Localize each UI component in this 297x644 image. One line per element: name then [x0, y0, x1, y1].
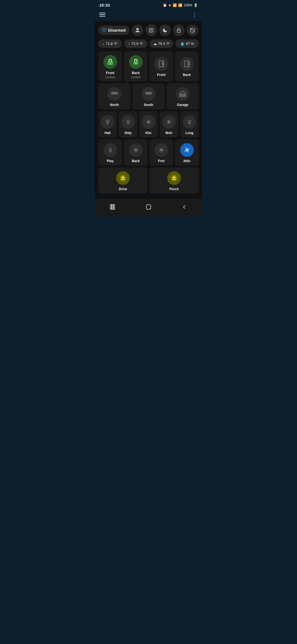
temp-low: ↓ 71.8 °F [98, 39, 122, 48]
fan-grid: Play Back Frnt [98, 139, 199, 166]
front-fan[interactable]: Frnt [149, 139, 173, 166]
living-light[interactable]: Lvng [180, 111, 199, 138]
svg-rect-4 [177, 30, 180, 32]
humidity-icon: 💧 [180, 42, 185, 46]
garage-icon [176, 87, 189, 101]
back-door-icon [180, 57, 194, 71]
top-bar: ⋮ [95, 9, 202, 21]
back-button[interactable] [181, 204, 188, 212]
kitchen-light[interactable]: Kitc [139, 111, 158, 138]
temp-outdoor: ☁ 75.4 °F [150, 39, 173, 48]
south-gate[interactable]: South [132, 83, 165, 110]
front-door[interactable]: Front [149, 51, 173, 81]
svg-point-11 [162, 64, 163, 64]
front-door-lock[interactable]: Front Locked [98, 51, 122, 81]
bluetooth-icon: ★ [168, 3, 171, 7]
svg-point-61 [186, 149, 188, 151]
living-light-icon [183, 115, 196, 129]
temp-low-icon: ↓ [103, 42, 105, 46]
south-gate-icon [142, 87, 155, 101]
svg-point-59 [161, 149, 162, 151]
bottom-nav [95, 200, 202, 217]
svg-point-9 [135, 63, 136, 64]
north-gate-icon [108, 87, 121, 101]
svg-point-56 [135, 149, 136, 151]
security-off-icon[interactable] [187, 24, 198, 36]
svg-rect-82 [114, 204, 115, 209]
status-bar: 10:33 ⏰ ★ 📶 📶 100% 🔋 [95, 0, 202, 9]
attic-fan[interactable]: Attic [175, 139, 199, 166]
porch-robot-label: Porch [169, 187, 179, 191]
temp-low-value: 71.8 °F [106, 42, 117, 46]
attic-fan-label: Attic [183, 159, 191, 163]
front-lock-icon [103, 55, 117, 69]
play-light-icon [103, 143, 117, 157]
svg-point-53 [109, 148, 111, 151]
kitchen-light-label: Kitc [145, 131, 152, 135]
svg-line-43 [109, 120, 109, 120]
temp-outdoor-icon: ☁ [153, 42, 157, 46]
svg-point-48 [148, 121, 149, 122]
master-light-label: Mstr [166, 131, 172, 135]
study-light-label: Stdy [125, 131, 132, 135]
more-options-button[interactable]: ⋮ [192, 11, 198, 18]
hall-light[interactable]: Hall [98, 111, 117, 138]
svg-point-65 [123, 178, 125, 179]
porch-robot[interactable]: Porch [149, 167, 199, 194]
lock-grid: Front Locked Back Locked Front Back [98, 51, 199, 81]
back-door-lock[interactable]: Back Locked [124, 51, 148, 81]
home-button[interactable] [145, 204, 152, 212]
back-fan-icon [129, 143, 143, 157]
front-door-icon [155, 57, 168, 71]
south-gate-label: South [144, 103, 153, 107]
status-icons: ⏰ ★ 📶 📶 100% 🔋 [163, 3, 198, 7]
svg-rect-66 [122, 176, 124, 177]
svg-point-38 [106, 120, 109, 123]
temp-high-icon: ↑ [128, 42, 130, 46]
alarm-icon: ⏰ [163, 3, 167, 7]
signal-icon: 📶 [178, 3, 182, 7]
light-grid: Hall Stdy Kitc Mstr Lvng [98, 111, 199, 138]
kitchen-light-icon [142, 115, 155, 129]
attic-fan-icon [180, 143, 194, 157]
hamburger-menu[interactable] [99, 13, 105, 17]
back-door[interactable]: Back [175, 51, 199, 81]
study-light-icon [121, 115, 135, 129]
svg-point-16 [188, 64, 188, 64]
play-light-label: Play [107, 159, 114, 163]
disarmed-label: Disarmed [108, 28, 126, 32]
svg-point-67 [122, 176, 123, 177]
security-lock-icon[interactable] [173, 24, 185, 36]
north-gate[interactable]: North [98, 83, 131, 110]
temp-row: ↓ 71.8 °F ↑ 72.5 °F ☁ 75.4 °F 💧 87 % [98, 39, 199, 48]
play-light[interactable]: Play [98, 139, 122, 166]
svg-point-68 [123, 176, 124, 177]
back-fan[interactable]: Back [124, 139, 148, 166]
back-lock-label: Back [132, 71, 140, 75]
status-time: 10:33 [99, 3, 110, 7]
security-person-icon[interactable] [132, 24, 143, 36]
security-night-icon[interactable] [159, 24, 171, 36]
svg-rect-75 [173, 176, 175, 177]
back-lock-icon [129, 55, 143, 69]
master-light[interactable]: Mstr [160, 111, 178, 138]
front-lock-label: Front [106, 71, 114, 75]
svg-line-5 [191, 28, 194, 32]
front-lock-sublabel: Locked [105, 75, 115, 79]
garage-label: Garage [177, 103, 188, 107]
robot-grid: Drive Porch [98, 167, 199, 194]
back-door-label: Back [183, 73, 191, 77]
drive-robot-label: Drive [119, 187, 127, 191]
garage[interactable]: Garage [166, 83, 199, 110]
security-list-icon[interactable] [145, 24, 157, 36]
living-light-label: Lvng [185, 131, 193, 135]
disarmed-status[interactable]: 🛡 Disarmed [98, 26, 130, 35]
porch-robot-icon [167, 171, 181, 185]
study-light[interactable]: Stdy [119, 111, 137, 138]
hall-light-icon [101, 115, 114, 129]
drive-robot[interactable]: Drive [98, 167, 148, 194]
svg-point-7 [110, 63, 111, 64]
recents-button[interactable] [109, 204, 116, 212]
temp-high: ↑ 72.5 °F [124, 39, 148, 48]
svg-rect-81 [112, 204, 113, 209]
